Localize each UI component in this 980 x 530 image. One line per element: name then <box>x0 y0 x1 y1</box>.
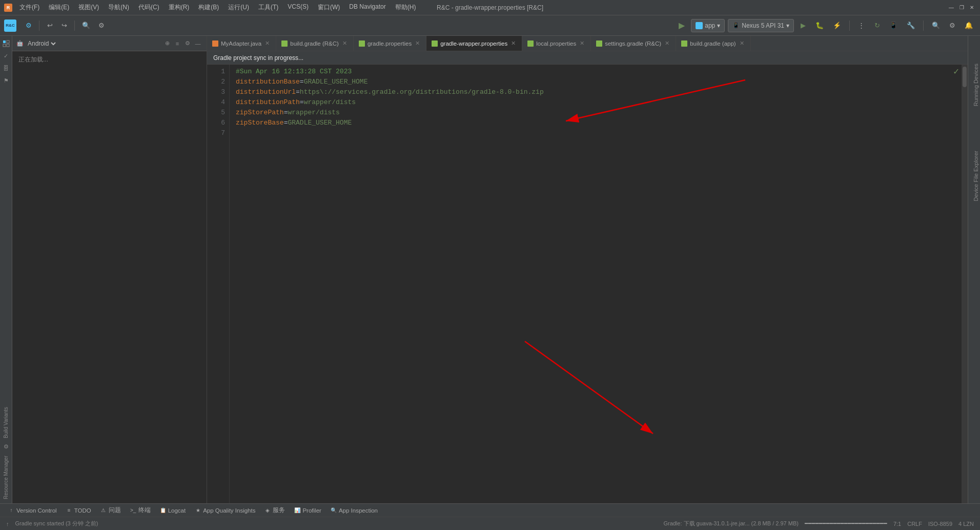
bottom-tool-logcat[interactable]: 📋Logcat <box>156 505 190 516</box>
tab-gradleProps[interactable]: gradle.properties✕ <box>354 36 426 51</box>
toolbar-config-btn[interactable]: ⚙ <box>946 18 958 33</box>
toolbar-more-btn[interactable]: ⋮ <box>855 18 868 33</box>
toolbar-device-mgr-btn[interactable]: 📱 <box>886 18 901 33</box>
code-editor[interactable]: 1234567 #Sun Apr 16 12:13:28 CST 2023dis… <box>207 65 968 503</box>
bottom-tool-terminal[interactable]: >_终端 <box>126 505 155 516</box>
device-selector[interactable]: 📱 Nexus 5 API 31 ▾ <box>728 19 794 32</box>
module-selector[interactable]: app ▾ <box>691 19 725 32</box>
tab-label-MyAdapter: MyAdapter.java <box>221 40 261 47</box>
bottom-tool-versionControl[interactable]: ↑Version Control <box>4 505 61 516</box>
line-ending[interactable]: CRLF <box>905 521 924 527</box>
code-key-2: distributionBase <box>236 77 300 87</box>
code-key-5: zipStorePath <box>236 108 284 118</box>
code-content[interactable]: #Sun Apr 16 12:13:28 CST 2023distributio… <box>230 65 968 503</box>
toolbar-make-btn[interactable]: ▶ <box>676 18 688 33</box>
tab-close-localProps[interactable]: ✕ <box>579 39 585 47</box>
running-devices-label[interactable]: Running Devices <box>972 62 980 108</box>
svg-rect-2 <box>3 44 6 47</box>
code-line-1: #Sun Apr 16 12:13:28 CST 2023 <box>236 67 968 77</box>
sidebar-commit-icon[interactable]: ✓ <box>1 50 12 62</box>
sidebar-resource-manager-icon[interactable]: Resource Manager <box>1 454 12 501</box>
sync-status: Gradle sync started (3 分钟 之前) <box>13 520 100 527</box>
main-toolbar: R&C ⚙ ↩ ↪ 🔍 ⚙ ▶ app ▾ 📱 Nexus 5 API 31 ▾… <box>0 15 980 36</box>
line-number-5: 5 <box>207 108 225 118</box>
toolbar-redo-btn[interactable]: ↪ <box>58 18 70 33</box>
bottom-tool-label-terminal: 终端 <box>138 506 151 514</box>
bottom-tool-profiler[interactable]: 📊Profiler <box>290 505 325 516</box>
menu-item-B[interactable]: 构建(B) <box>194 2 223 13</box>
menu-item-U[interactable]: 运行(U) <box>224 2 253 13</box>
toolbar-settings-btn[interactable]: ⚙ <box>95 18 108 33</box>
debug-button[interactable]: 🐛 <box>812 18 827 33</box>
run-button[interactable]: ▶ <box>797 18 809 33</box>
toolbar-sync-btn[interactable]: ↻ <box>871 18 883 33</box>
menu-item-F[interactable]: 文件(F) <box>15 2 44 13</box>
toolbar-update-btn[interactable]: 🔔 <box>962 18 976 33</box>
code-key-6: zipStoreBase <box>236 118 284 128</box>
toolbar-sep-3 <box>849 21 850 31</box>
profile-button[interactable]: ⚡ <box>830 18 844 33</box>
tab-icon-gradleProps <box>359 40 365 47</box>
toolbar-search2-btn[interactable]: 🔍 <box>929 18 943 33</box>
menu-item-V[interactable]: 视图(V) <box>74 2 103 13</box>
bottom-tool-services[interactable]: ◈服务 <box>260 505 289 516</box>
vcs-status[interactable]: ↑ <box>4 521 11 527</box>
window-controls: — ❐ ✕ <box>947 4 976 12</box>
minimize-button[interactable]: — <box>947 4 955 12</box>
tab-gradleWrapper[interactable]: gradle-wrapper.properties✕ <box>426 36 522 51</box>
panel-collapse-icon[interactable]: ≡ <box>173 39 182 48</box>
toolbar-search-btn[interactable]: 🔍 <box>79 18 93 33</box>
toolbar-sdk-btn[interactable]: 🔧 <box>904 18 918 33</box>
indent[interactable]: 4 LZN <box>956 521 976 527</box>
tab-close-gradleProps[interactable]: ✕ <box>414 39 421 47</box>
tab-close-gradleWrapper[interactable]: ✕ <box>510 39 517 47</box>
tab-close-settingsGradle[interactable]: ✕ <box>664 39 670 47</box>
scrollbar-thumb[interactable] <box>963 67 967 87</box>
toolbar-sep-1 <box>39 21 39 31</box>
tab-buildGradleApp[interactable]: build.gradle (app)✕ <box>676 36 751 51</box>
project-view-selector[interactable]: Android <box>26 39 57 48</box>
menu-item-VCSS[interactable]: VCS(S) <box>283 2 313 13</box>
scrollbar[interactable] <box>962 65 968 503</box>
menu-item-DBNavigator[interactable]: DB Navigator <box>345 2 390 13</box>
tab-close-buildGradleApp[interactable]: ✕ <box>739 39 745 47</box>
tab-buildGradle[interactable]: build.gradle (R&C)✕ <box>276 36 354 51</box>
menu-item-W[interactable]: 窗口(W) <box>314 2 344 13</box>
menu-item-T[interactable]: 工具(T) <box>254 2 282 13</box>
panel-sync-icon[interactable]: ⊕ <box>162 39 172 48</box>
toolbar-undo-btn[interactable]: ↩ <box>44 18 56 33</box>
maximize-button[interactable]: ❐ <box>957 4 966 12</box>
bottom-tool-appInspection[interactable]: 🔍App Inspection <box>326 505 382 516</box>
tab-icon-localProps <box>527 40 534 47</box>
tab-MyAdapter[interactable]: MyAdapter.java✕ <box>207 36 276 51</box>
menu-item-N[interactable]: 导航(N) <box>104 2 133 13</box>
sidebar-build-variants-icon[interactable]: Build Variants <box>1 405 12 440</box>
menu-item-H[interactable]: 帮助(H) <box>391 2 420 13</box>
svg-rect-0 <box>3 40 6 43</box>
toolbar-run-btn[interactable]: ⚙ <box>23 18 35 33</box>
sidebar-db-icon[interactable]: 🗄 <box>1 63 12 74</box>
bottom-tool-todo[interactable]: ≡TODO <box>62 505 95 516</box>
menu-item-R[interactable]: 重构(R) <box>165 2 194 13</box>
cursor-position[interactable]: 7:1 <box>891 521 903 527</box>
panel-gear-icon[interactable]: ⚙ <box>183 39 192 48</box>
bottom-tool-problems[interactable]: ⚠问题 <box>96 505 125 516</box>
sidebar-bookmark-icon[interactable]: ⚑ <box>1 75 12 86</box>
sidebar-project-icon[interactable] <box>1 38 12 49</box>
bottom-tool-appQuality[interactable]: ★App Quality Insights <box>191 505 259 516</box>
panel-close-icon[interactable]: — <box>193 39 202 48</box>
bottom-tool-label-appInspection: App Inspection <box>339 507 378 514</box>
close-button[interactable]: ✕ <box>968 4 976 12</box>
tab-localProps[interactable]: local.properties✕ <box>522 36 591 51</box>
tab-icon-MyAdapter <box>212 40 218 47</box>
sidebar-structure-icon[interactable]: ⚙ <box>1 441 12 453</box>
tab-close-buildGradle[interactable]: ✕ <box>341 39 348 47</box>
line-number-1: 1 <box>207 67 225 77</box>
menu-item-E[interactable]: 编辑(E) <box>45 2 73 13</box>
code-line-7 <box>236 128 968 138</box>
menu-item-C[interactable]: 代码(C) <box>134 2 164 13</box>
tab-settingsGradle[interactable]: settings.gradle (R&C)✕ <box>591 36 676 51</box>
encoding[interactable]: ISO-8859 <box>926 521 954 527</box>
device-file-explorer-label[interactable]: Device File Explorer <box>972 149 980 203</box>
tab-close-MyAdapter[interactable]: ✕ <box>264 39 271 47</box>
